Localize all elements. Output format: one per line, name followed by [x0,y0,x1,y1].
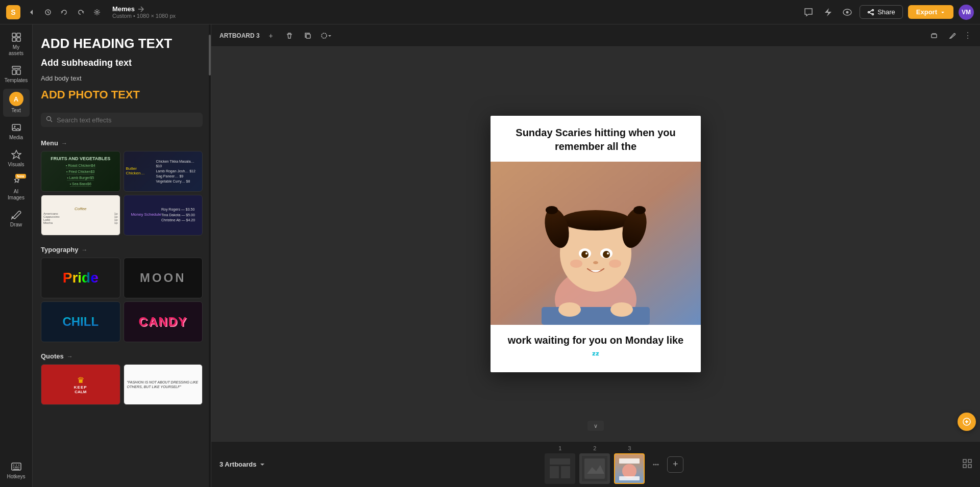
quotes-card-keepcalm[interactable]: ♛ KEEP CALM [41,364,120,405]
draw-icon [11,209,22,220]
sidebar-item-text[interactable]: A Text [3,89,30,117]
svg-point-29 [633,206,646,214]
search-input[interactable] [57,116,198,124]
export-label: Export [916,8,937,16]
top-bar-actions: Share Export VM [801,5,974,20]
add-artboard-tool-button[interactable]: + [264,29,278,43]
templates-label: Templates [5,78,28,84]
artboard-name: ARTBOARD 3 [219,32,260,39]
typo-card-candy[interactable]: CANDY [124,301,203,342]
svg-point-25 [561,210,630,230]
undo-button[interactable] [57,5,71,19]
quotes-card-fashion[interactable]: "FASHION IS NOT ABOUT DRESSING LIKE OTHE… [124,364,203,405]
svg-point-54 [657,464,659,465]
file-name: Memes [112,5,135,13]
redo-button[interactable] [74,5,88,19]
artboard-thumb-img-1[interactable] [545,453,575,484]
svg-point-6 [872,13,874,15]
effects-dropdown-button[interactable] [319,29,333,43]
artboards-label[interactable]: 3 Artboards [219,460,265,468]
grid-view-icon[interactable] [963,459,972,470]
duplicate-artboard-button[interactable] [301,29,315,43]
artboard-toolbar: ARTBOARD 3 + ⋮ [211,24,980,47]
share-button[interactable]: Share [860,5,903,19]
add-photo-button[interactable]: ADD PHOTO TEXT [41,85,203,105]
artboard-thumb-3[interactable]: 3 [614,445,645,484]
top-bar-nav [24,5,104,19]
my-assets-icon [11,32,22,43]
sidebar-item-my-assets[interactable]: My assets [3,29,30,60]
preview-icon[interactable] [840,5,854,19]
menu-arrow[interactable]: → [61,140,67,147]
avatar[interactable]: VM [959,5,974,20]
sidebar-item-draw[interactable]: Draw [3,206,30,231]
sidebar-item-ai-images[interactable]: New AI Images [3,173,30,204]
add-subheading-button[interactable]: Add subheading text [41,55,203,71]
svg-point-15 [14,126,15,127]
visuals-icon [11,149,22,160]
add-artboard-button[interactable]: + [667,456,683,473]
artboard-thumb-2[interactable]: 2 [579,445,610,484]
menu-section-grid: FRUITS AND VEGETABLES • Roast Chicken$4 … [37,149,207,242]
svg-point-32 [581,251,589,258]
back-button[interactable] [24,5,39,19]
artboard-thumb-img-3[interactable] [614,453,645,484]
menu-card-coffee[interactable]: Coffee Americano1p Cappuccino1p Latte1p … [41,195,120,236]
pen-tool-button[interactable] [945,29,960,43]
media-label: Media [9,135,23,141]
svg-marker-16 [12,150,21,159]
artboard-thumbs: 1 2 [272,445,957,484]
add-body-button[interactable]: Add body text [41,71,203,85]
svg-point-33 [603,251,610,258]
layer-button[interactable] [927,29,941,43]
svg-point-34 [585,252,587,254]
search-icon [46,116,53,124]
quotes-arrow[interactable]: → [67,353,73,360]
typography-arrow[interactable]: → [81,246,87,253]
typo-card-chill[interactable]: CHILL [41,301,120,342]
right-edge-button[interactable] [958,413,976,431]
export-button[interactable]: Export [908,5,953,19]
sidebar-item-visuals[interactable]: Visuals [3,146,30,171]
canvas-collapse-arrow[interactable]: ∨ [587,421,604,431]
svg-point-1 [96,11,98,13]
sidebar-item-templates[interactable]: Templates [3,62,30,87]
sidebar-item-media[interactable]: Media [3,119,30,144]
artboard-more-button[interactable]: ⋮ [964,31,972,40]
bolt-icon[interactable] [821,5,835,19]
svg-rect-13 [17,70,20,74]
sidebar-item-hotkeys[interactable]: Hotkeys [3,458,30,483]
svg-point-41 [609,260,621,268]
add-heading-button[interactable]: ADD HEADING TEXT [41,33,203,55]
artboard-thumb-img-2[interactable] [579,453,610,484]
menu-card-green[interactable]: FRUITS AND VEGETABLES • Roast Chicken$4 … [41,151,120,192]
menu-card-dark[interactable]: Butter Chicken… Chicken Tikka Masala… $1… [124,151,203,192]
artboard-thumb-1[interactable]: 1 [545,445,575,484]
scrollbar-thumb[interactable] [209,35,211,75]
history-button[interactable] [41,5,55,19]
svg-rect-10 [17,38,20,41]
quotes-section-header: Quotes → [37,348,207,362]
quotes-section-label: Quotes [41,352,64,360]
comment-icon[interactable] [801,5,816,19]
typo-card-pride[interactable]: Pride [41,258,120,298]
delete-artboard-button[interactable] [282,29,297,43]
typo-candy-text: CANDY [139,315,187,329]
draw-label: Draw [10,222,22,228]
typo-card-moon[interactable]: MOON [124,258,203,298]
svg-rect-57 [963,465,966,468]
menu-card-purple[interactable]: Money Schedule Roy Rogers — $3.50Tina Da… [124,195,203,236]
svg-point-20 [322,33,327,38]
svg-point-18 [47,117,51,121]
settings-button[interactable] [90,5,104,19]
boo-svg [491,162,701,325]
visuals-label: Visuals [8,162,24,168]
text-options: ADD HEADING TEXT Add subheading text Add… [33,24,211,109]
canvas-viewport[interactable]: Sunday Scaries hitting when you remember… [211,47,980,441]
hotkeys-icon [11,461,22,472]
artboard-thumb-more[interactable] [649,457,663,472]
typo-pride-text: Pride [63,270,99,286]
svg-rect-51 [619,476,640,480]
file-title: Memes Custom • 1080 × 1080 px [112,5,176,19]
meme-card[interactable]: Sunday Scaries hitting when you remember… [491,116,701,372]
